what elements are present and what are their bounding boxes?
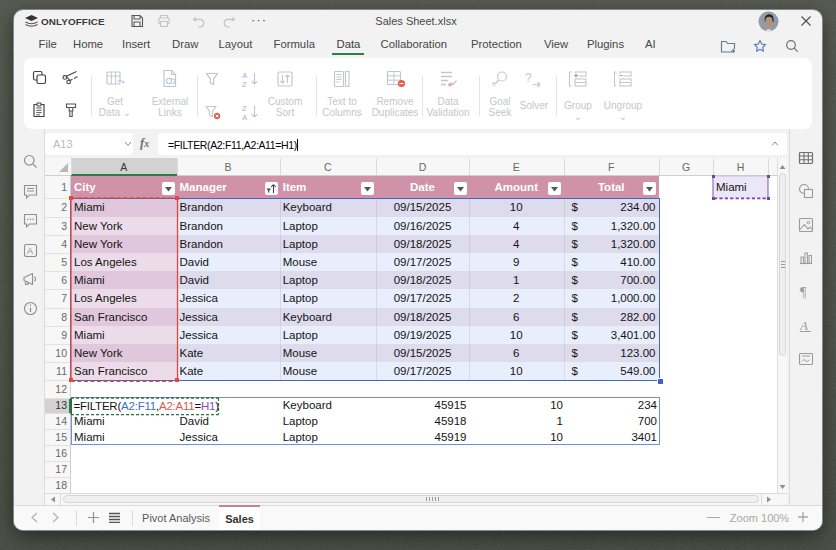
svg-text:A: A (799, 318, 808, 333)
svg-text:A: A (27, 246, 33, 256)
svg-text:¶: ¶ (800, 285, 807, 300)
svg-text:A: A (242, 113, 248, 121)
svg-text:?: ? (525, 71, 532, 85)
svg-text:Z: Z (242, 80, 247, 88)
